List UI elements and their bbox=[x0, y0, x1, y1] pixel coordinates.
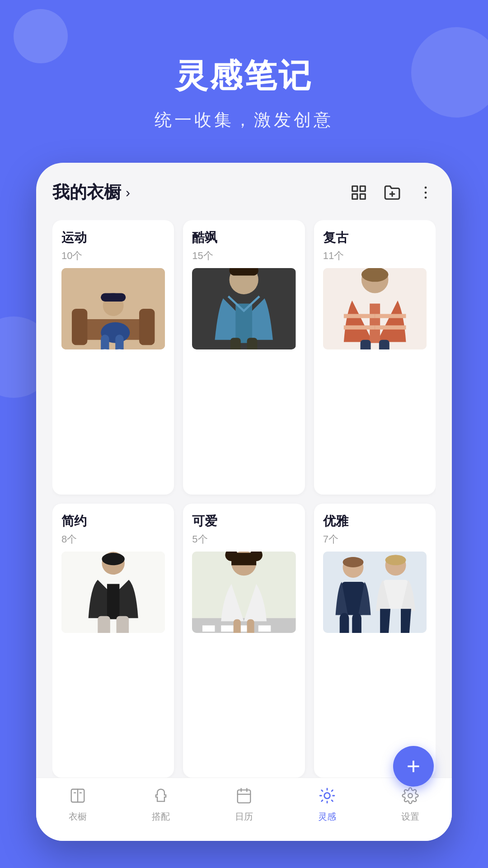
svg-rect-34 bbox=[360, 340, 371, 349]
phone-mockup: 我的衣橱 › bbox=[36, 163, 452, 841]
category-count-cool: 15个 bbox=[192, 249, 296, 263]
svg-rect-41 bbox=[117, 616, 129, 632]
calendar-nav-icon bbox=[235, 787, 253, 807]
svg-rect-3 bbox=[360, 194, 365, 199]
category-name-cute: 可爱 bbox=[192, 513, 296, 530]
nav-label-calendar: 日历 bbox=[235, 811, 253, 823]
svg-rect-2 bbox=[352, 194, 357, 199]
svg-rect-0 bbox=[352, 186, 357, 191]
nav-item-match[interactable]: 搭配 bbox=[119, 787, 202, 823]
category-image-sport bbox=[61, 268, 165, 349]
svg-rect-14 bbox=[101, 335, 109, 349]
category-count-cute: 5个 bbox=[192, 533, 296, 546]
svg-rect-12 bbox=[139, 309, 155, 345]
svg-line-84 bbox=[322, 790, 323, 791]
nav-item-inspiration[interactable]: 灵感 bbox=[286, 787, 369, 823]
svg-point-88 bbox=[408, 793, 413, 798]
category-count-sport: 10个 bbox=[61, 249, 165, 263]
nav-label-wardrobe: 衣橱 bbox=[69, 811, 87, 823]
category-count-retro: 11个 bbox=[323, 249, 427, 263]
app-content: 我的衣橱 › bbox=[36, 163, 452, 778]
top-bar-icons bbox=[349, 183, 436, 203]
fab-container: + bbox=[393, 746, 434, 787]
svg-rect-48 bbox=[202, 625, 215, 632]
svg-rect-72 bbox=[385, 555, 406, 565]
svg-rect-39 bbox=[107, 584, 120, 619]
category-card-sport[interactable]: 运动 10个 bbox=[52, 220, 174, 495]
category-count-simple: 8个 bbox=[61, 533, 165, 546]
add-icon: + bbox=[407, 755, 420, 778]
svg-rect-63 bbox=[352, 613, 361, 632]
svg-rect-32 bbox=[344, 326, 375, 330]
settings-nav-icon bbox=[402, 787, 419, 807]
svg-rect-1 bbox=[360, 186, 365, 191]
header-subtitle: 统一收集，激发创意 bbox=[0, 108, 488, 132]
top-bar-left[interactable]: 我的衣橱 › bbox=[52, 181, 130, 204]
svg-point-6 bbox=[425, 186, 427, 189]
svg-rect-30 bbox=[344, 314, 375, 318]
category-name-sport: 运动 bbox=[61, 229, 165, 246]
wardrobe-nav-icon bbox=[69, 787, 86, 807]
section-title: 我的衣橱 bbox=[52, 181, 121, 204]
category-image-cute bbox=[192, 552, 296, 633]
header-title: 灵感笔记 bbox=[0, 54, 488, 98]
category-count-elegant: 7个 bbox=[323, 533, 427, 546]
svg-rect-67 bbox=[343, 557, 363, 567]
bottom-nav: 衣橱 搭配 日历 bbox=[36, 778, 452, 841]
svg-rect-15 bbox=[115, 335, 123, 349]
svg-rect-62 bbox=[339, 613, 349, 632]
svg-rect-49 bbox=[221, 625, 234, 632]
svg-rect-51 bbox=[258, 625, 271, 632]
grid-view-button[interactable] bbox=[349, 183, 369, 203]
category-grid: 运动 10个 bbox=[52, 220, 436, 778]
nav-label-inspiration: 灵感 bbox=[318, 811, 336, 823]
category-card-retro[interactable]: 复古 11个 bbox=[314, 220, 436, 495]
svg-rect-75 bbox=[238, 790, 251, 803]
svg-rect-11 bbox=[72, 309, 87, 345]
svg-rect-23 bbox=[230, 338, 241, 349]
svg-point-79 bbox=[324, 793, 330, 799]
category-image-retro bbox=[323, 268, 427, 349]
svg-rect-24 bbox=[247, 338, 258, 349]
svg-rect-29 bbox=[370, 304, 380, 343]
nav-item-settings[interactable]: 设置 bbox=[369, 787, 452, 823]
svg-rect-45 bbox=[102, 552, 124, 565]
inspiration-nav-icon bbox=[319, 787, 336, 807]
svg-line-87 bbox=[332, 790, 333, 791]
category-card-cool[interactable]: 酷飒 15个 bbox=[183, 220, 305, 495]
category-image-elegant bbox=[323, 552, 427, 633]
category-name-cool: 酷飒 bbox=[192, 229, 296, 246]
category-card-elegant[interactable]: 优雅 7个 bbox=[314, 504, 436, 778]
category-name-retro: 复古 bbox=[323, 229, 427, 246]
nav-item-wardrobe[interactable]: 衣橱 bbox=[36, 787, 119, 823]
svg-rect-27 bbox=[230, 268, 258, 276]
folder-button[interactable] bbox=[382, 183, 402, 203]
nav-item-calendar[interactable]: 日历 bbox=[202, 787, 286, 823]
svg-point-8 bbox=[425, 196, 427, 198]
match-nav-icon bbox=[152, 787, 169, 807]
header: 灵感笔记 统一收集，激发创意 bbox=[0, 0, 488, 159]
svg-rect-20 bbox=[101, 293, 126, 302]
svg-rect-40 bbox=[98, 616, 110, 632]
svg-rect-33 bbox=[375, 326, 406, 330]
svg-rect-52 bbox=[234, 619, 241, 632]
more-options-button[interactable] bbox=[416, 183, 436, 203]
category-card-simple[interactable]: 简约 8个 bbox=[52, 504, 174, 778]
category-image-simple bbox=[61, 552, 165, 633]
svg-line-85 bbox=[332, 800, 333, 801]
category-card-cute[interactable]: 可爱 5个 bbox=[183, 504, 305, 778]
category-image-cool bbox=[192, 268, 296, 349]
svg-rect-35 bbox=[379, 340, 389, 349]
top-bar: 我的衣橱 › bbox=[52, 181, 436, 204]
nav-label-settings: 设置 bbox=[401, 811, 419, 823]
svg-rect-31 bbox=[375, 314, 406, 318]
svg-line-86 bbox=[322, 800, 323, 801]
category-name-elegant: 优雅 bbox=[323, 513, 427, 530]
chevron-right-icon: › bbox=[126, 185, 130, 200]
nav-label-match: 搭配 bbox=[152, 811, 170, 823]
category-name-simple: 简约 bbox=[61, 513, 165, 530]
svg-point-7 bbox=[425, 191, 427, 193]
svg-rect-53 bbox=[247, 619, 254, 632]
add-fab-button[interactable]: + bbox=[393, 746, 434, 787]
svg-rect-59 bbox=[231, 552, 256, 565]
